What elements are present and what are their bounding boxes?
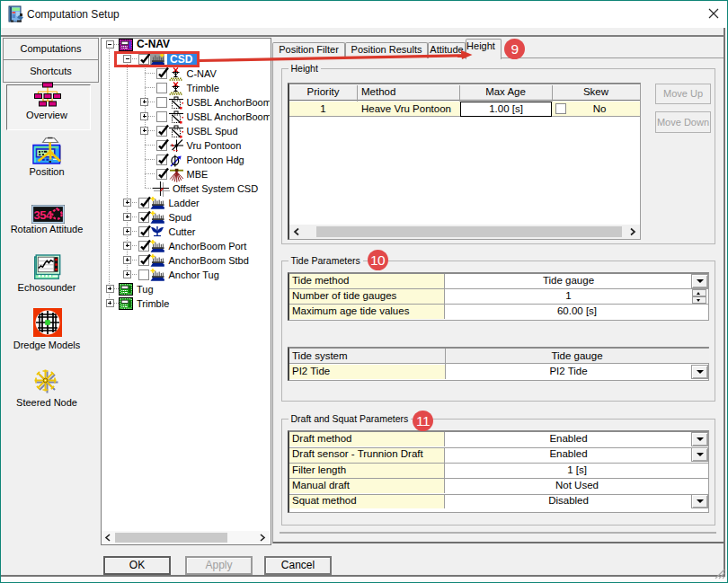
svg-text:354: 354 [34, 208, 53, 222]
